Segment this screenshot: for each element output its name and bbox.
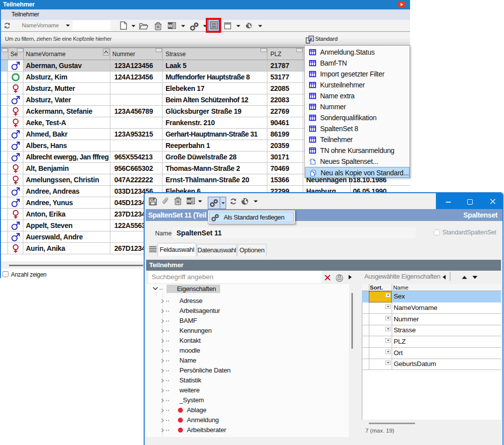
svg-text:W: W [187, 198, 191, 204]
svg-text:W: W [168, 23, 172, 28]
